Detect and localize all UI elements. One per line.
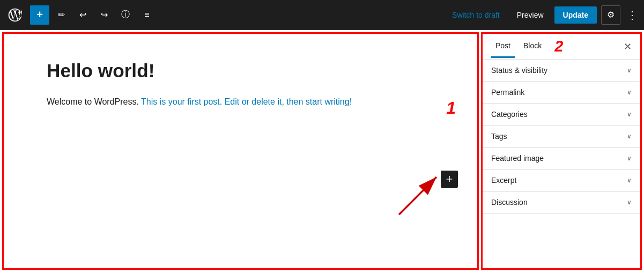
- list-view-button[interactable]: ≡: [137, 5, 157, 25]
- status-visibility-label: Status & visibility: [491, 66, 547, 75]
- featured-image-label: Featured image: [491, 154, 544, 163]
- main-area: Hello world! Welcome to WordPress. This …: [0, 30, 644, 272]
- annotation-2: 2: [554, 38, 563, 55]
- preview-button[interactable]: Preview: [510, 8, 550, 23]
- tags-header[interactable]: Tags ∨: [483, 126, 640, 147]
- post-title: Hello world!: [47, 60, 434, 82]
- undo-icon: ↩: [79, 10, 86, 20]
- editor-area[interactable]: Hello world! Welcome to WordPress. This …: [2, 32, 479, 270]
- add-block-toolbar-button[interactable]: +: [30, 5, 49, 25]
- sidebar-section-excerpt: Excerpt ∨: [483, 170, 640, 192]
- tags-chevron: ∨: [627, 133, 632, 140]
- excerpt-header[interactable]: Excerpt ∨: [483, 170, 640, 191]
- excerpt-chevron: ∨: [627, 177, 632, 184]
- sidebar-section-permalink: Permalink ∨: [483, 82, 640, 104]
- info-icon: ⓘ: [121, 9, 130, 20]
- featured-image-header[interactable]: Featured image ∨: [483, 148, 640, 169]
- sidebar-close-button[interactable]: ✕: [624, 41, 632, 53]
- sidebar-section-tags: Tags ∨: [483, 126, 640, 148]
- info-button[interactable]: ⓘ: [116, 5, 135, 25]
- update-button[interactable]: Update: [554, 6, 597, 24]
- svg-line-1: [399, 177, 436, 215]
- more-options-button[interactable]: ⋮: [625, 6, 640, 24]
- excerpt-label: Excerpt: [491, 176, 516, 185]
- settings-button[interactable]: ⚙: [601, 5, 620, 25]
- list-icon: ≡: [144, 10, 149, 20]
- editor-content: Hello world! Welcome to WordPress. This …: [4, 34, 477, 135]
- categories-chevron: ∨: [627, 111, 632, 118]
- categories-header[interactable]: Categories ∨: [483, 104, 640, 125]
- more-icon: ⋮: [627, 9, 638, 21]
- redo-icon: ↪: [101, 10, 108, 20]
- permalink-chevron: ∨: [627, 89, 632, 96]
- sidebar: Post Block 2 ✕ Status & visibility ∨ Per…: [481, 32, 642, 270]
- tab-post[interactable]: Post: [491, 35, 515, 58]
- undo-button[interactable]: ↩: [73, 5, 92, 25]
- body-link: This is your first post. Edit or delete …: [141, 97, 352, 106]
- sidebar-section-categories: Categories ∨: [483, 104, 640, 126]
- toolbar-right: Switch to draft Preview Update ⚙ ⋮: [446, 5, 640, 25]
- permalink-header[interactable]: Permalink ∨: [483, 82, 640, 103]
- discussion-label: Discussion: [491, 198, 528, 207]
- edit-icon: ✏: [58, 10, 65, 20]
- status-visibility-header[interactable]: Status & visibility ∨: [483, 60, 640, 81]
- discussion-chevron: ∨: [627, 199, 632, 206]
- sidebar-section-discussion: Discussion ∨: [483, 192, 640, 214]
- tags-label: Tags: [491, 132, 507, 141]
- tab-block[interactable]: Block: [519, 35, 546, 58]
- gear-icon: ⚙: [607, 10, 615, 20]
- edit-button[interactable]: ✏: [51, 5, 71, 25]
- wp-logo: [4, 4, 26, 26]
- sidebar-section-featured-image: Featured image ∨: [483, 148, 640, 170]
- categories-label: Categories: [491, 110, 528, 119]
- sidebar-header: Post Block 2 ✕: [483, 34, 640, 60]
- redo-button[interactable]: ↪: [94, 5, 114, 25]
- switch-to-draft-button[interactable]: Switch to draft: [446, 8, 506, 23]
- toolbar: + ✏ ↩ ↪ ⓘ ≡ Switch to draft Preview Upda…: [0, 0, 644, 30]
- sidebar-section-status: Status & visibility ∨: [483, 60, 640, 82]
- add-block-button[interactable]: +: [441, 171, 458, 188]
- post-body: Welcome to WordPress. This is your first…: [47, 95, 434, 109]
- permalink-label: Permalink: [491, 88, 524, 97]
- discussion-header[interactable]: Discussion ∨: [483, 192, 640, 213]
- annotation-1: 1: [446, 98, 456, 118]
- body-prefix: Welcome to WordPress.: [47, 97, 141, 106]
- featured-image-chevron: ∨: [627, 155, 632, 162]
- add-block-area: +: [451, 214, 469, 231]
- status-visibility-chevron: ∨: [627, 67, 632, 74]
